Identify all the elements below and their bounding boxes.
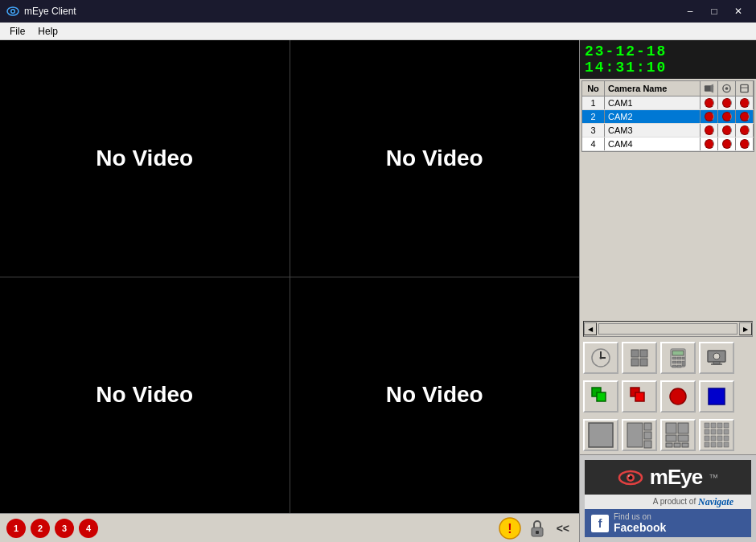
record-button[interactable] <box>660 380 696 413</box>
cam-badge-3[interactable]: 3 <box>55 519 74 538</box>
scrollbar[interactable]: ◀ ▶ <box>583 321 753 337</box>
svg-rect-18 <box>640 350 647 357</box>
cam-badge-2[interactable]: 2 <box>31 519 50 538</box>
video-cell-1[interactable]: No Video <box>0 40 290 277</box>
svg-rect-54 <box>711 423 716 428</box>
svg-rect-11 <box>741 84 748 92</box>
back-button[interactable]: << <box>553 522 573 535</box>
svg-rect-60 <box>724 429 729 434</box>
svg-rect-44 <box>644 432 651 439</box>
cam-badge-1[interactable]: 1 <box>6 519 26 538</box>
cam-name-1: CAM1 <box>605 96 701 109</box>
scroll-right-arrow[interactable]: ▶ <box>739 322 752 335</box>
svg-rect-27 <box>677 361 681 363</box>
layout-1x1-button[interactable] <box>583 419 618 451</box>
cam-no-2: 2 <box>582 110 605 123</box>
meye-eye-icon <box>618 469 643 487</box>
video-cell-3[interactable]: No Video <box>0 277 290 514</box>
video-area: No Video No Video No Video No Video 1 2 … <box>0 40 579 542</box>
fullscreen-button[interactable] <box>699 380 734 413</box>
no-video-label-4: No Video <box>386 382 483 408</box>
svg-rect-62 <box>711 436 716 441</box>
camera-row-2[interactable]: 2 CAM2 <box>582 110 754 124</box>
svg-rect-43 <box>644 423 651 430</box>
layout-2x2-button[interactable] <box>660 419 696 451</box>
scroll-track[interactable] <box>598 323 738 335</box>
cam-dot-2c <box>736 110 754 123</box>
window-title: mEye Client <box>24 6 76 17</box>
cam-name-3: CAM3 <box>605 124 701 137</box>
facebook-label: Facebook <box>614 521 666 534</box>
svg-rect-26 <box>672 361 676 363</box>
scroll-left-arrow[interactable]: ◀ <box>584 322 597 335</box>
svg-rect-49 <box>678 435 688 441</box>
svg-point-34 <box>713 353 720 359</box>
disconnect-button[interactable] <box>622 380 657 413</box>
svg-rect-50 <box>666 443 672 447</box>
svg-rect-51 <box>674 443 680 447</box>
menu-bar: File Help <box>0 23 756 40</box>
cam-badge-4[interactable]: 4 <box>79 519 98 538</box>
camera-list-header: No Camera Name <box>582 81 754 96</box>
close-button[interactable]: ✕ <box>727 3 750 19</box>
svg-rect-17 <box>631 350 639 357</box>
col-name: Camera Name <box>605 81 701 96</box>
svg-rect-63 <box>717 436 722 441</box>
svg-text:Navigate: Navigate <box>698 496 734 507</box>
svg-point-16 <box>600 357 602 359</box>
cam-name-2: CAM2 <box>605 110 701 123</box>
cam-name-4: CAM4 <box>605 138 701 150</box>
layout-1plus3-button[interactable] <box>622 419 657 451</box>
right-panel: 23-12-18 14:31:10 No Camera Name 1 <box>579 40 756 542</box>
svg-point-2 <box>12 10 14 13</box>
svg-rect-55 <box>717 423 722 428</box>
cam-dot-2b <box>718 110 736 123</box>
cam-no-1: 1 <box>582 96 605 109</box>
svg-text:!: ! <box>507 522 512 536</box>
user-button[interactable] <box>699 342 734 374</box>
warning-button[interactable]: ! <box>499 517 521 540</box>
svg-rect-53 <box>705 423 709 428</box>
meye-trademark: ™ <box>709 472 718 483</box>
svg-rect-64 <box>724 436 729 441</box>
facebook-icon: f <box>591 515 609 532</box>
cam-dot-4a <box>701 138 718 150</box>
camera-row-3[interactable]: 3 CAM3 <box>582 124 754 138</box>
svg-rect-23 <box>672 357 676 359</box>
layout-4x4-button[interactable] <box>699 419 734 451</box>
lock-button[interactable] <box>526 517 549 540</box>
grid-view-button[interactable] <box>622 342 657 374</box>
menu-help[interactable]: Help <box>31 24 64 39</box>
video-cell-2[interactable]: No Video <box>290 40 580 277</box>
main-container: No Video No Video No Video No Video 1 2 … <box>0 40 756 542</box>
maximize-button[interactable]: □ <box>703 3 725 19</box>
camera-row-1[interactable]: 1 CAM1 <box>582 96 754 110</box>
schedule-button[interactable] <box>583 342 618 374</box>
svg-rect-45 <box>644 441 651 448</box>
cam-dot-2a <box>701 110 718 123</box>
video-cell-4[interactable]: No Video <box>290 277 580 514</box>
meye-logo-area: mEye ™ A product of Navigate f Find us o… <box>580 454 756 542</box>
clock-bar: 23-12-18 14:31:10 <box>580 40 756 79</box>
cam-dot-3b <box>718 124 736 137</box>
camera-row-4[interactable]: 4 CAM4 <box>582 138 754 151</box>
svg-rect-66 <box>711 442 716 447</box>
svg-rect-36 <box>597 392 606 401</box>
cam-no-4: 4 <box>582 138 605 150</box>
svg-rect-25 <box>682 357 684 359</box>
facebook-button[interactable]: f Find us on Facebook <box>585 509 751 537</box>
cam-dot-1a <box>701 96 718 109</box>
col-icon1 <box>701 81 718 96</box>
minimize-button[interactable]: – <box>679 3 701 19</box>
calculator-button[interactable] <box>660 342 696 374</box>
status-bar: 1 2 3 4 ! <box>0 513 579 542</box>
svg-rect-29 <box>672 365 676 367</box>
cam-dot-3a <box>701 124 718 137</box>
svg-rect-22 <box>672 351 684 355</box>
menu-file[interactable]: File <box>3 24 31 39</box>
status-right: ! << <box>499 517 573 540</box>
controls-row-2 <box>580 377 756 416</box>
connect-button[interactable] <box>583 380 618 413</box>
svg-rect-65 <box>705 442 709 447</box>
no-video-label-2: No Video <box>386 146 483 171</box>
